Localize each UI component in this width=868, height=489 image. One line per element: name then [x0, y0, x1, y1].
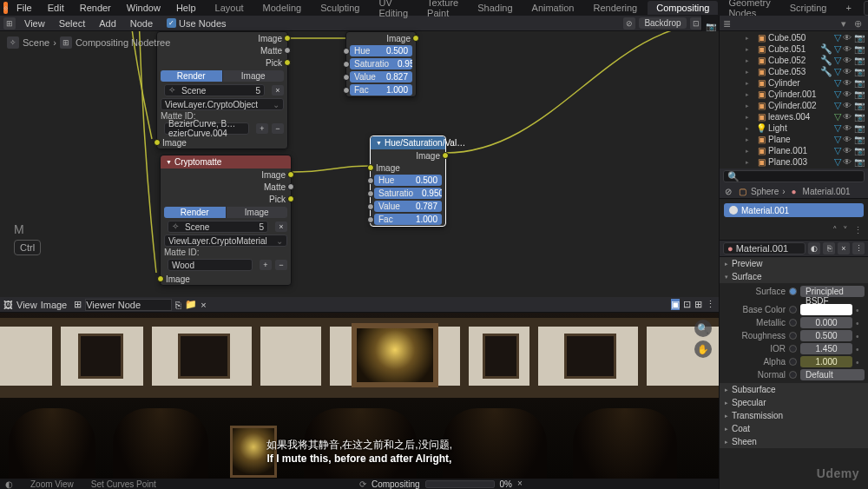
alpha-field[interactable]: 1.000 [800, 356, 852, 367]
surface-shader[interactable]: Principled BSDF [800, 286, 865, 297]
img-channels-icon[interactable]: ⊡ [683, 299, 691, 310]
material-slot[interactable]: Material.001 [724, 203, 864, 217]
menu-edit[interactable]: Edit [41, 1, 71, 15]
crypto1-tab-render[interactable]: Render [161, 70, 223, 82]
outliner-item[interactable]: ▸▣Cylinder▽👁📷 [720, 77, 868, 89]
breadcrumb-tree[interactable]: Compositing Nodetree [76, 37, 170, 48]
ior-field[interactable]: 1.450 [800, 343, 852, 354]
node-node[interactable]: Node [125, 17, 158, 30]
nav-pan-icon[interactable]: ✋ [694, 340, 712, 358]
crypto1-unlink[interactable]: × [272, 85, 284, 96]
outliner-filter-icon[interactable]: ▾ [841, 18, 852, 29]
mat-new[interactable]: ⋮ [852, 242, 865, 254]
crypto2-add[interactable]: + [260, 260, 272, 270]
ws-add[interactable]: + [837, 1, 859, 15]
cryptomatte-node-1[interactable]: Image Matte Pick Render Image ✧Scene5 × … [156, 31, 288, 149]
outliner-search-input[interactable]: 🔍 [723, 170, 865, 182]
panel-coat[interactable]: ▸Coat [720, 422, 868, 435]
image-selector[interactable]: Viewer Node [85, 299, 172, 311]
img-pin-icon[interactable]: ⊞ [74, 299, 82, 310]
scene-selector[interactable]: ✧Scene [864, 1, 868, 16]
img-image[interactable]: Image [41, 300, 68, 310]
img-gizmo-icon[interactable]: ⊞ [694, 299, 702, 310]
menu-file[interactable]: File [10, 1, 39, 15]
normal-field[interactable]: Default [800, 369, 865, 380]
ws-rendering[interactable]: Rendering [584, 1, 646, 15]
backdrop-button[interactable]: Backdrop [639, 17, 686, 29]
outliner-item[interactable]: ▸▣Cylinder.002▽👁📷 [720, 100, 868, 111]
node-view[interactable]: View [19, 17, 50, 30]
crypto2-source-tabs[interactable]: Render Image [164, 207, 287, 218]
menu-help[interactable]: Help [169, 1, 203, 15]
outliner-item[interactable]: ▸💡Light▽👁📷 [720, 122, 868, 134]
img-new-icon[interactable]: ⎘ [175, 300, 181, 310]
panel-transmission[interactable]: ▸Transmission [720, 409, 868, 422]
img-mode-icon[interactable]: ▣ [671, 299, 680, 310]
slot-down-icon[interactable]: ˅ [843, 225, 848, 236]
panel-sheen[interactable]: ▸Sheen [720, 435, 868, 448]
cancel-job-icon[interactable]: × [517, 479, 528, 489]
outliner-item[interactable]: ▸▣leaves.004▽👁📷 [720, 111, 868, 122]
outliner-item[interactable]: ▸▣Cube.050▽👁📷 [720, 32, 868, 43]
panel-subsurface[interactable]: ▸Subsurface [720, 383, 868, 396]
node-editor[interactable]: Image Matte Pick Render Image ✧Scene5 × … [0, 31, 719, 297]
crypto1-matte[interactable]: BezierCurve, B…ezierCurve.004 [168, 119, 245, 138]
material-name-input[interactable]: ●Material.001 [723, 242, 806, 254]
outliner-item[interactable]: ▸▣Plane▽👁📷 [720, 134, 868, 145]
panel-surface[interactable]: ▾Surface [720, 270, 868, 283]
crypto1-tab-image[interactable]: Image [223, 70, 285, 82]
img-x-icon[interactable]: × [201, 300, 206, 310]
roughness-field[interactable]: 0.500 [800, 330, 852, 341]
outliner-new-icon[interactable]: ⊕ [854, 18, 865, 29]
crypto2-header[interactable]: ▼Cryptomatte [161, 155, 291, 169]
outliner-type-icon[interactable]: ≣ [723, 18, 733, 29]
ws-layout[interactable]: Layout [207, 1, 253, 15]
ws-sculpting[interactable]: Sculpting [312, 1, 368, 15]
nav-zoom-icon[interactable]: 🔍 [694, 320, 712, 337]
img-editor-type-icon[interactable]: 🖼 [3, 300, 13, 310]
crypto1-layer[interactable]: ViewLayer.CryptoObject⌄ [161, 98, 284, 110]
ws-scripting[interactable]: Scripting [781, 1, 836, 15]
base-color-field[interactable] [800, 304, 852, 315]
crypto1-scene[interactable]: Scene [181, 86, 255, 96]
crypto1-add[interactable]: + [256, 123, 268, 134]
slot-menu-icon[interactable]: ⋮ [853, 225, 863, 236]
bd-icon1[interactable]: ⊡ [690, 17, 702, 30]
hue-sat-node-1[interactable]: Image Hue0.500 Saturatio0.950 Value0.827… [345, 31, 417, 97]
breadcrumb-scene[interactable]: Scene [23, 37, 49, 48]
cryptomatte-node-2[interactable]: ▼Cryptomatte Image Matte Pick Render Ima… [160, 155, 292, 286]
outliner-item[interactable]: ▸▣Cube.052🔧▽👁📷 [720, 55, 868, 66]
ws-uvediting[interactable]: UV Editing [370, 0, 417, 20]
menu-render[interactable]: Render [73, 1, 118, 15]
crypto1-remove[interactable]: − [272, 123, 284, 134]
slot-up-icon[interactable]: ˄ [832, 225, 838, 236]
mat-browse[interactable]: ◐ [808, 242, 820, 254]
pin-toggle-icon[interactable]: ⊘ [623, 17, 635, 30]
node-select[interactable]: Select [54, 17, 91, 30]
panel-preview[interactable]: ▸Preview [720, 257, 868, 270]
crypto2-layer[interactable]: ViewLayer.CryptoMaterial⌄ [164, 235, 287, 247]
ws-compositing[interactable]: Compositing [648, 1, 718, 15]
ws-texturepaint[interactable]: Texture Paint [418, 0, 467, 20]
editor-type-icon[interactable]: ⊞ [3, 17, 16, 30]
outliner-item[interactable]: ▸▣Plane.001▽👁📷 [720, 145, 868, 156]
mat-copy[interactable]: ⎘ [823, 242, 835, 254]
img-open-icon[interactable]: 📁 [185, 299, 197, 310]
img-view[interactable]: View [16, 300, 37, 310]
hier-pin-icon[interactable]: ⊘ [723, 186, 733, 196]
mat-unlink[interactable]: × [838, 242, 850, 254]
outliner-item[interactable]: ▸▣Cube.051🔧▽👁📷 [720, 43, 868, 55]
img-overlay-icon[interactable]: ⋮ [706, 299, 715, 310]
menu-window[interactable]: Window [120, 1, 168, 15]
outliner-tree[interactable]: ▸▣Cube.050▽👁📷▸▣Cube.051🔧▽👁📷▸▣Cube.052🔧▽👁… [720, 31, 868, 169]
ws-shading[interactable]: Shading [469, 1, 521, 15]
outliner-item[interactable]: ▸▣Cylinder.001▽👁📷 [720, 89, 868, 100]
metallic-field[interactable]: 0.000 [800, 317, 852, 328]
use-nodes-checkbox[interactable]: ✓Use Nodes [161, 17, 231, 30]
panel-specular[interactable]: ▸Specular [720, 396, 868, 409]
crypto1-source-tabs[interactable]: Render Image [161, 70, 284, 82]
hue-sat-node-2[interactable]: ▼Hue/Saturation/Val… Image Image Hue0.50… [370, 135, 446, 227]
ws-animation[interactable]: Animation [523, 1, 583, 15]
outliner-item[interactable]: ▸▣Plane.003▽👁📷 [720, 156, 868, 168]
crypto2-unlink[interactable]: × [275, 221, 287, 232]
